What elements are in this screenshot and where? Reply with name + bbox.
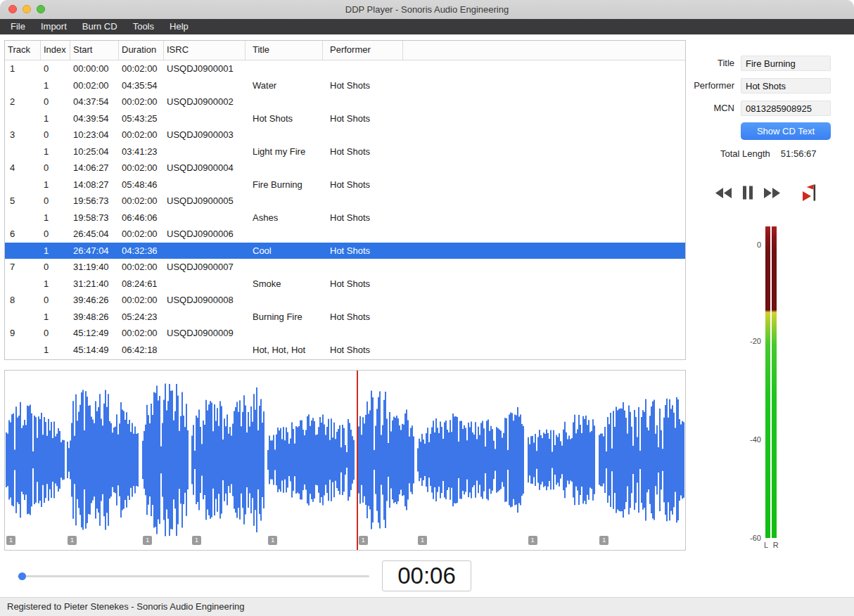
table-row[interactable]: 1 31:21:40 08:24:61 Smoke Hot Shots (5, 276, 685, 293)
cell-start: 19:56:73 (70, 195, 119, 206)
track-marker-flag[interactable]: 1 (359, 536, 368, 545)
cell-duration: 00:02:00 (119, 262, 164, 272)
table-row[interactable]: 2 0 04:37:54 00:02:00 USQDJ0900002 (5, 94, 685, 110)
cell-start: 04:39:54 (70, 113, 119, 124)
table-row[interactable]: 8 0 39:46:26 00:02:00 USQDJ0900008 (5, 292, 685, 309)
transport-controls (715, 184, 822, 202)
title-field[interactable] (741, 56, 831, 71)
track-marker-flag[interactable]: 1 (192, 536, 201, 545)
cell-start: 31:19:40 (70, 262, 119, 272)
column-header-isrc[interactable]: ISRC (164, 41, 246, 60)
cell-duration: 00:02:00 (119, 195, 164, 206)
track-table-body: 1 0 00:00:00 00:02:00 USQDJ0900001 1 00:… (5, 60, 685, 358)
cell-duration: 00:02:00 (119, 129, 164, 140)
menu-help[interactable]: Help (162, 19, 196, 34)
total-length-label: Total Length (720, 148, 770, 159)
seek-slider[interactable] (18, 568, 369, 584)
cell-isrc: USQDJ0900008 (164, 295, 246, 305)
cell-start: 19:58:73 (70, 212, 119, 223)
cell-title: Burning Fire (246, 312, 323, 322)
show-cd-text-button[interactable]: Show CD Text (741, 122, 831, 140)
seek-slider-thumb[interactable] (18, 572, 26, 580)
zoom-window-button[interactable] (37, 5, 45, 13)
cell-isrc: USQDJ0900006 (164, 229, 246, 239)
column-header-index[interactable]: Index (41, 41, 70, 60)
cell-index: 1 (41, 80, 70, 91)
cell-isrc: USQDJ0900001 (164, 63, 246, 74)
cell-index: 1 (41, 245, 70, 256)
cell-isrc: USQDJ0900009 (164, 328, 246, 338)
column-header-filler (403, 41, 685, 60)
table-row[interactable]: 4 0 14:06:27 00:02:00 USQDJ0900004 (5, 160, 685, 177)
table-row[interactable]: 6 0 26:45:04 00:02:00 USQDJ0900006 (5, 226, 685, 243)
performer-field[interactable] (741, 78, 831, 94)
column-header-track[interactable]: Track (5, 41, 41, 60)
table-row[interactable]: 3 0 10:23:04 00:02:00 USQDJ0900003 (5, 127, 685, 143)
mcn-field-row: MCN (661, 101, 831, 116)
time-display: 00:06 (382, 560, 471, 591)
column-header-title[interactable]: Title (246, 41, 323, 60)
cell-index: 1 (41, 212, 70, 223)
cell-start: 39:48:26 (70, 312, 119, 322)
fast-forward-button[interactable] (763, 187, 781, 199)
menu-burn-cd[interactable]: Burn CD (75, 19, 125, 34)
table-row[interactable]: 9 0 45:12:49 00:02:00 USQDJ0900009 (5, 325, 685, 342)
track-marker-flag[interactable]: 1 (599, 536, 608, 545)
table-row[interactable]: 1 45:14:49 06:42:18 Hot, Hot, Hot Hot Sh… (5, 342, 685, 359)
minimize-window-button[interactable] (23, 5, 31, 13)
mcn-label: MCN (661, 101, 734, 116)
waveform-display[interactable]: 111111111 (4, 370, 686, 551)
table-row[interactable]: 1 10:25:04 03:41:23 Light my Fire Hot Sh… (5, 143, 685, 160)
pause-button[interactable] (742, 186, 753, 200)
cell-start: 14:08:27 (70, 179, 119, 190)
mcn-field[interactable] (741, 101, 831, 116)
play-to-marker-button[interactable] (802, 184, 822, 202)
cell-title: Hot, Hot, Hot (246, 345, 323, 355)
cell-performer: Hot Shots (323, 146, 403, 157)
seek-slider-track[interactable] (18, 575, 369, 577)
table-row[interactable]: 1 14:08:27 05:48:46 Fire Burning Hot Sho… (5, 177, 685, 193)
table-row[interactable]: 1 39:48:26 05:24:23 Burning Fire Hot Sho… (5, 309, 685, 326)
level-meter-left-bar (765, 226, 770, 538)
track-marker-flag[interactable]: 1 (528, 536, 537, 545)
track-marker-flag[interactable]: 1 (143, 536, 152, 545)
level-meter-right-bar (772, 226, 777, 538)
track-table: Track Index Start Duration ISRC Title Pe… (4, 40, 686, 360)
menu-import[interactable]: Import (33, 19, 75, 34)
cell-start: 26:47:04 (70, 245, 119, 256)
track-marker-flag[interactable]: 1 (68, 536, 77, 545)
cell-title: Water (246, 80, 323, 91)
pause-icon (742, 186, 753, 200)
playhead-cursor[interactable] (357, 371, 358, 550)
cell-duration: 00:02:00 (119, 96, 164, 107)
table-row[interactable]: 5 0 19:56:73 00:02:00 USQDJ0900005 (5, 193, 685, 210)
cell-title: Cool (246, 245, 323, 256)
track-marker-flag[interactable]: 1 (418, 536, 427, 545)
menu-tools[interactable]: Tools (125, 19, 162, 34)
window-title: DDP Player - Sonoris Audio Engineering (0, 0, 854, 19)
table-row[interactable]: 1 04:39:54 05:43:25 Hot Shots Hot Shots (5, 110, 685, 127)
column-header-performer[interactable]: Performer (323, 41, 403, 60)
track-marker-flag[interactable]: 1 (6, 536, 15, 545)
column-header-duration[interactable]: Duration (119, 41, 164, 60)
cell-isrc: USQDJ0900007 (164, 262, 246, 272)
column-header-start[interactable]: Start (70, 41, 119, 60)
track-marker-flag[interactable]: 1 (268, 536, 277, 545)
cell-duration: 03:41:23 (119, 146, 164, 157)
rewind-button[interactable] (715, 187, 732, 199)
cell-duration: 00:02:00 (119, 295, 164, 305)
table-row[interactable]: 1 19:58:73 06:46:06 Ashes Hot Shots (5, 210, 685, 226)
cell-performer: Hot Shots (323, 113, 403, 124)
cell-start: 39:46:26 (70, 295, 119, 305)
cell-duration: 00:02:00 (119, 328, 164, 338)
cell-track: 8 (5, 295, 41, 305)
table-row[interactable]: 1 0 00:00:00 00:02:00 USQDJ0900001 (5, 60, 685, 77)
table-row[interactable]: 7 0 31:19:40 00:02:00 USQDJ0900007 (5, 259, 685, 276)
cell-duration: 00:02:00 (119, 162, 164, 173)
close-window-button[interactable] (8, 5, 17, 13)
menu-file[interactable]: File (3, 19, 33, 34)
table-row[interactable]: 1 00:02:00 04:35:54 Water Hot Shots (5, 77, 685, 94)
cell-start: 26:45:04 (70, 229, 119, 239)
cell-isrc: USQDJ0900005 (164, 195, 246, 206)
table-row[interactable]: 1 26:47:04 04:32:36 Cool Hot Shots (5, 243, 685, 259)
